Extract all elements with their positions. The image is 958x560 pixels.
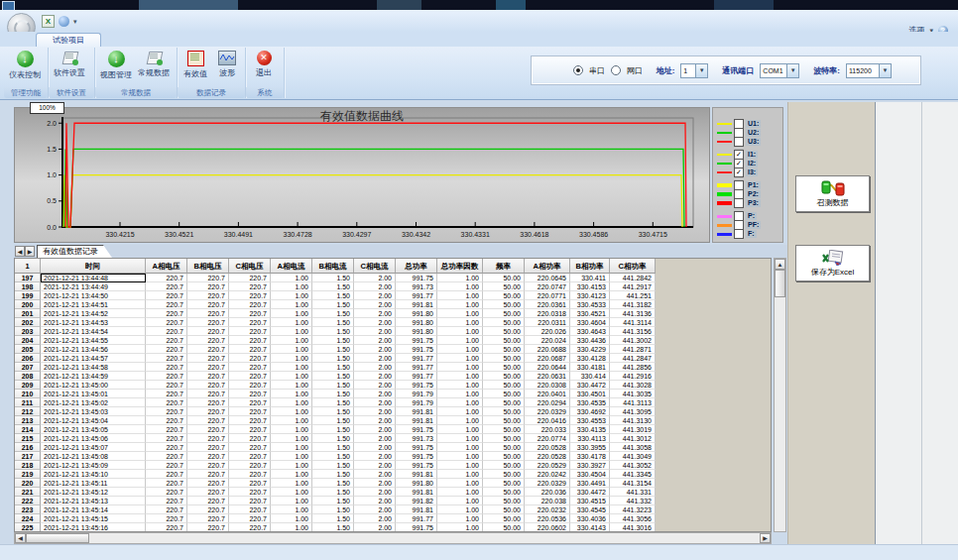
baud-select[interactable]: 115200 ▼	[846, 63, 892, 78]
table-cell[interactable]: 220.7	[229, 282, 271, 291]
table-cell[interactable]: 220.024	[525, 336, 570, 345]
table-cell[interactable]: 441.3052	[610, 461, 656, 470]
table-cell[interactable]: 1.00	[271, 443, 312, 452]
table-cell[interactable]: 330.4181	[570, 363, 610, 372]
table-cell[interactable]: 220.7	[187, 372, 229, 381]
legend-checkbox[interactable]: ✓	[734, 168, 744, 177]
table-cell[interactable]: 1.00	[437, 452, 483, 461]
table-cell[interactable]: 1.50	[312, 291, 354, 300]
table-cell[interactable]: 991.81	[396, 300, 437, 309]
table-cell[interactable]: 220.7	[187, 318, 229, 327]
table-cell[interactable]: 50.00	[483, 479, 525, 488]
row-number[interactable]: 202	[15, 318, 41, 327]
exit-button[interactable]: ✕ 退出	[248, 49, 280, 86]
table-cell[interactable]: 991.77	[396, 363, 437, 372]
table-cell[interactable]: 220.7	[229, 345, 271, 354]
table-cell[interactable]: 220.7	[146, 309, 187, 318]
table-cell[interactable]: 330.4692	[570, 407, 610, 416]
view-management-button[interactable]: ↓ 视图管理	[97, 49, 135, 86]
table-cell[interactable]: 330.3955	[570, 443, 610, 452]
table-cell[interactable]: 441.3019	[610, 425, 656, 434]
table-cell[interactable]: 2021-12-21 13:45:03	[41, 407, 146, 416]
table-cell[interactable]: 330.4533	[570, 300, 610, 309]
table-cell[interactable]: 441.3130	[610, 416, 656, 425]
vertical-scroll-thumb[interactable]	[775, 270, 785, 297]
row-number[interactable]: 197	[15, 274, 41, 282]
table-cell[interactable]: 1.50	[312, 345, 354, 354]
table-cell[interactable]: 2021-12-21 13:45:04	[41, 416, 146, 425]
horizontal-scroll-thumb[interactable]	[26, 533, 89, 543]
table-cell[interactable]: 1.00	[437, 407, 483, 416]
table-cell[interactable]: 991.79	[396, 398, 437, 407]
table-cell[interactable]: 220.0329	[525, 407, 570, 416]
column-header[interactable]: C相功率	[610, 259, 656, 274]
address-select[interactable]: 1 ▼	[680, 63, 708, 78]
table-cell[interactable]: 2021-12-21 13:45:06	[41, 434, 146, 443]
table-cell[interactable]: 330.4472	[570, 381, 610, 390]
retrieve-data-button[interactable]: 召测数据	[795, 175, 870, 212]
table-cell[interactable]: 1.50	[312, 318, 354, 327]
table-cell[interactable]: 220.7	[229, 425, 271, 434]
table-cell[interactable]: 441.3012	[610, 434, 656, 443]
table-cell[interactable]: 220.7	[146, 479, 187, 488]
qat-dropdown-icon[interactable]: ▾	[73, 18, 77, 26]
row-number[interactable]: 218	[15, 461, 41, 470]
table-cell[interactable]: 220.0318	[525, 309, 570, 318]
table-cell[interactable]: 330.4491	[570, 479, 610, 488]
row-number[interactable]: 225	[15, 523, 41, 532]
table-cell[interactable]: 220.7	[229, 300, 271, 309]
table-cell[interactable]: 220.7	[146, 425, 187, 434]
table-cell[interactable]: 220.7	[229, 514, 271, 523]
table-cell[interactable]: 1.00	[271, 336, 312, 345]
table-cell[interactable]: 330.4123	[570, 291, 610, 300]
rms-value-button[interactable]: 有效值	[180, 49, 211, 86]
table-cell[interactable]: 2.00	[354, 488, 396, 497]
table-cell[interactable]: 441.3182	[610, 300, 656, 309]
table-cell[interactable]: 2.00	[354, 372, 396, 381]
table-cell[interactable]: 220.7	[187, 443, 229, 452]
row-number[interactable]: 219	[15, 470, 41, 479]
legend-checkbox[interactable]	[734, 198, 744, 208]
table-cell[interactable]: 991.77	[396, 514, 437, 523]
table-cell[interactable]: 441.3113	[610, 398, 656, 407]
table-cell[interactable]: 220.7	[187, 381, 229, 390]
table-cell[interactable]: 50.00	[483, 497, 525, 505]
table-cell[interactable]: 220.7	[229, 461, 271, 470]
table-cell[interactable]: 220.7	[146, 390, 187, 398]
table-cell[interactable]: 1.00	[437, 274, 483, 282]
table-cell[interactable]: 441.3058	[610, 443, 656, 452]
table-cell[interactable]: 2.00	[354, 381, 396, 390]
save-as-excel-button[interactable]: 保存为Excel	[795, 245, 870, 281]
table-cell[interactable]: 2.00	[354, 345, 396, 354]
table-cell[interactable]: 50.00	[483, 407, 525, 416]
table-cell[interactable]: 220.7	[229, 470, 271, 479]
table-cell[interactable]: 330.4643	[570, 327, 610, 336]
table-cell[interactable]: 220.0308	[525, 381, 570, 390]
table-cell[interactable]: 220.7	[187, 497, 229, 505]
table-cell[interactable]: 441.332	[610, 497, 656, 505]
table-cell[interactable]: 330.4436	[570, 336, 610, 345]
table-cell[interactable]: 220.7	[229, 390, 271, 398]
table-cell[interactable]: 330.4153	[570, 282, 610, 291]
table-cell[interactable]: 2021-12-21 13:45:13	[41, 497, 146, 505]
table-cell[interactable]: 330.411	[570, 274, 610, 282]
table-cell[interactable]: 991.80	[396, 318, 437, 327]
table-cell[interactable]: 50.00	[483, 505, 525, 514]
port-select[interactable]: COM1 ▼	[760, 63, 799, 78]
table-cell[interactable]: 2021-12-21 13:45:09	[41, 461, 146, 470]
table-cell[interactable]: 1.00	[437, 479, 483, 488]
table-cell[interactable]: 1.50	[312, 479, 354, 488]
table-cell[interactable]: 220.7	[229, 416, 271, 425]
table-cell[interactable]: 1.00	[437, 363, 483, 372]
table-cell[interactable]: 220.0528	[525, 452, 570, 461]
table-cell[interactable]: 220.7	[229, 407, 271, 416]
table-cell[interactable]: 2.00	[354, 291, 396, 300]
table-cell[interactable]: 1.50	[312, 327, 354, 336]
table-cell[interactable]: 2.00	[354, 309, 396, 318]
table-cell[interactable]: 441.3035	[610, 390, 656, 398]
table-cell[interactable]: 50.00	[483, 300, 525, 309]
table-cell[interactable]: 330.4128	[570, 354, 610, 363]
row-number[interactable]: 211	[15, 398, 41, 407]
table-cell[interactable]: 220.7	[146, 381, 187, 390]
table-cell[interactable]: 220.7	[187, 398, 229, 407]
